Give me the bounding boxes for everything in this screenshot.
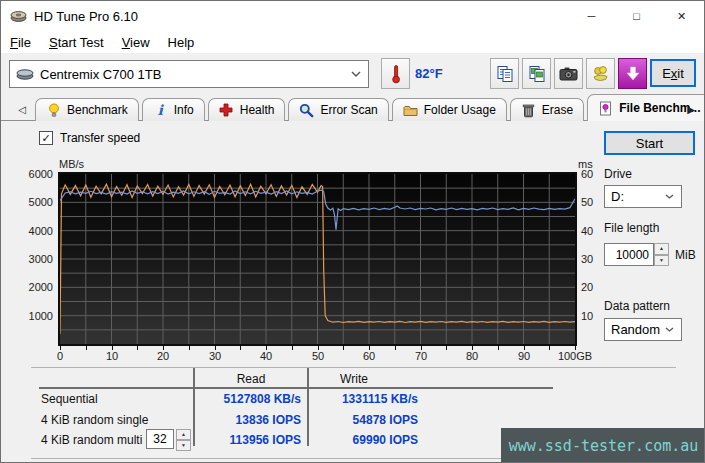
tab-label: Error Scan xyxy=(320,103,377,117)
copy-text-button[interactable] xyxy=(490,58,519,89)
table-top-divider xyxy=(31,367,676,368)
x-axis-tickmark xyxy=(266,346,267,350)
data-pattern-value: Random xyxy=(611,322,660,337)
drive-disk-icon xyxy=(16,68,34,80)
tab-scroll-left-icon[interactable]: ◁ xyxy=(13,100,31,118)
start-button[interactable]: Start xyxy=(604,131,695,155)
tab-folder-usage[interactable]: Folder Usage xyxy=(392,98,507,121)
left-axis-tick: 5000 xyxy=(1,196,53,208)
x-axis-tickmark xyxy=(112,346,113,350)
right-axis-tick: 20 xyxy=(581,281,593,293)
tab-label: Erase xyxy=(542,103,573,117)
x-axis-tick: 70 xyxy=(396,350,446,362)
sequential-read-value: 5127808 KB/s xyxy=(181,392,301,406)
file-length-unit: MiB xyxy=(675,248,696,262)
random-single-write-value: 54878 IOPS xyxy=(311,413,418,427)
row-label-random-single: 4 KiB random single xyxy=(41,413,148,427)
x-axis-tick: 20 xyxy=(138,350,188,362)
camera-icon xyxy=(559,66,578,82)
close-button[interactable]: ✕ xyxy=(659,1,704,31)
menu-view[interactable]: View xyxy=(113,35,159,50)
left-axis-tick: 2000 xyxy=(1,281,53,293)
data-pattern-combobox[interactable]: Random xyxy=(604,318,682,341)
x-axis-tickmark xyxy=(137,346,138,350)
tab-error-scan[interactable]: Error Scan xyxy=(288,98,388,121)
x-axis-tick: 90 xyxy=(499,350,549,362)
transfer-speed-chart xyxy=(58,172,577,346)
x-axis-tickmark xyxy=(318,346,319,350)
x-axis-tickmark xyxy=(292,346,293,350)
hdtune-window: HD Tune Pro 6.10 ─ □ ✕ File Start Test V… xyxy=(0,0,705,463)
chevron-down-icon xyxy=(351,71,368,77)
folder-icon xyxy=(403,103,418,118)
file-length-spinner[interactable]: ▲ ▼ xyxy=(654,243,669,266)
menu-help[interactable]: Help xyxy=(159,35,204,50)
random-single-read-value: 13836 IOPS xyxy=(181,413,301,427)
transfer-speed-label: Transfer speed xyxy=(60,131,140,145)
x-axis-tick: 100GB xyxy=(550,350,600,362)
x-axis-tickmark xyxy=(60,346,61,350)
menu-file[interactable]: File xyxy=(1,35,40,50)
titlebar: HD Tune Pro 6.10 ─ □ ✕ xyxy=(1,1,704,31)
tab-health[interactable]: Health xyxy=(208,98,286,121)
data-pattern-label: Data pattern xyxy=(604,299,670,313)
info-icon: i xyxy=(153,103,168,118)
tab-erase[interactable]: Erase xyxy=(510,98,584,121)
right-axis-tick: 30 xyxy=(581,253,593,265)
left-axis-tick: 3000 xyxy=(1,253,53,265)
x-axis-tickmark xyxy=(189,346,190,350)
left-axis-unit: MB/s xyxy=(59,158,84,170)
x-axis-tickmark xyxy=(369,346,370,350)
drive-select-combobox[interactable]: Centremix C700 1TB xyxy=(9,60,369,88)
x-axis-tickmark xyxy=(86,346,87,350)
donate-hand-icon xyxy=(592,65,610,82)
maximize-button[interactable]: □ xyxy=(614,1,659,31)
x-axis-tickmark xyxy=(395,346,396,350)
file-benchmark-icon xyxy=(598,101,613,116)
save-results-button[interactable] xyxy=(618,58,647,89)
left-axis-tick: 6000 xyxy=(1,168,53,180)
app-disk-icon xyxy=(10,10,27,22)
screenshot-button[interactable] xyxy=(554,58,583,89)
x-axis-tick: 50 xyxy=(293,350,343,362)
spinner-up-icon[interactable]: ▲ xyxy=(654,243,669,255)
minimize-button[interactable]: ─ xyxy=(569,1,614,31)
right-axis-tick: 50 xyxy=(581,196,593,208)
magnifier-icon xyxy=(299,103,314,118)
x-axis-tickmark xyxy=(446,346,447,350)
copy-text-icon xyxy=(496,65,514,83)
menu-start-test[interactable]: Start Test xyxy=(40,35,113,50)
tab-scroll-right-icon[interactable]: ▶ xyxy=(682,100,700,118)
exit-button[interactable]: Exit xyxy=(650,59,696,87)
random-multi-read-value: 113956 IOPS xyxy=(181,433,301,447)
copy-image-button[interactable] xyxy=(522,58,551,89)
drive-combobox[interactable]: D: xyxy=(604,185,682,208)
spinner-down-icon[interactable]: ▼ xyxy=(654,255,669,267)
right-axis-tick: 60 xyxy=(581,168,593,180)
transfer-speed-checkbox[interactable]: ✓ xyxy=(39,131,53,145)
temperature-value: 82°F xyxy=(415,66,443,81)
tab-label: Health xyxy=(240,103,275,117)
table-column-divider xyxy=(307,368,309,446)
file-benchmark-panel: ✓ Transfer speed MB/s ms Start Drive D: … xyxy=(1,121,704,463)
x-axis-tickmark xyxy=(549,346,550,350)
sequential-write-value: 1331115 KB/s xyxy=(311,392,418,406)
chevron-down-icon xyxy=(665,327,681,332)
x-axis-tickmark xyxy=(575,346,576,350)
watermark: www.ssd-tester.com.au xyxy=(501,428,705,463)
tab-label: Benchmark xyxy=(67,103,128,117)
donate-button[interactable] xyxy=(586,58,615,89)
queue-depth-input[interactable]: 32 xyxy=(146,429,174,449)
tab-info[interactable]: i Info xyxy=(142,98,205,121)
tab-benchmark[interactable]: Benchmark xyxy=(35,98,139,121)
read-column-header: Read xyxy=(196,372,306,386)
temperature-button[interactable] xyxy=(381,58,410,89)
health-cross-icon xyxy=(219,103,234,118)
trash-icon xyxy=(521,103,536,118)
write-column-header: Write xyxy=(311,372,397,386)
file-length-input[interactable]: 10000 xyxy=(604,243,654,266)
thermometer-icon xyxy=(390,64,402,84)
table-header-divider xyxy=(39,387,553,389)
left-axis-tick: 4000 xyxy=(1,225,53,237)
lightbulb-icon xyxy=(46,103,61,118)
